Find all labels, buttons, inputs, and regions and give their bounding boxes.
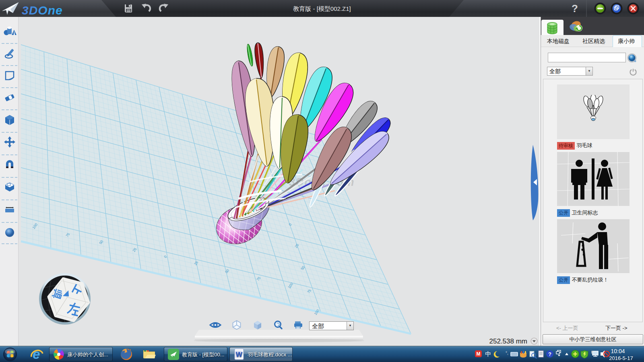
svg-text:252.538 mm: 252.538 mm xyxy=(489,337,528,345)
svg-text:2016-5-17: 2016-5-17 xyxy=(609,355,633,361)
svg-text:3DOne: 3DOne xyxy=(22,4,63,17)
svg-text:W: W xyxy=(236,351,243,358)
svg-text:教育版 - [模型002.Z1]: 教育版 - [模型002.Z1] xyxy=(293,5,351,12)
svg-text:?: ? xyxy=(548,351,551,357)
svg-text:中: 中 xyxy=(485,350,491,357)
svg-text:?: ? xyxy=(572,2,578,14)
svg-text:10:04: 10:04 xyxy=(611,348,625,354)
svg-text:°,: °, xyxy=(506,351,508,355)
svg-text:M: M xyxy=(477,351,481,357)
svg-text:e: e xyxy=(33,347,40,362)
